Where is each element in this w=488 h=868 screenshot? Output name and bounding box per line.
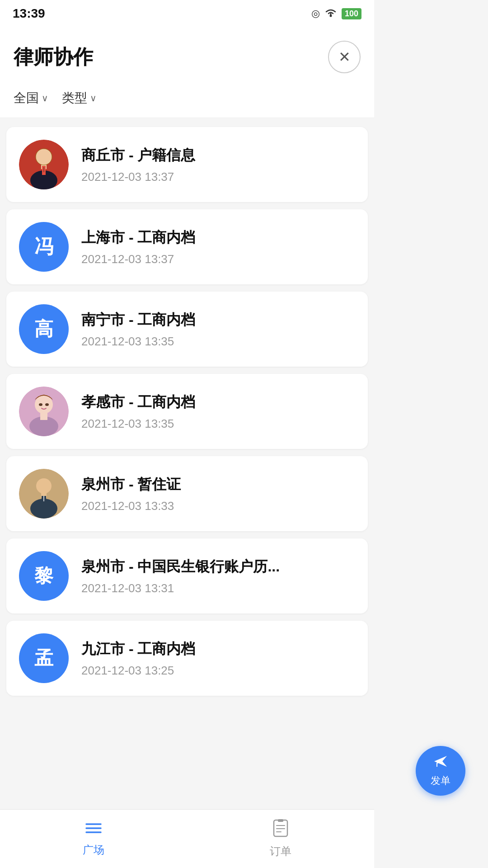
item-time: 2021-12-03 13:37 [81, 252, 355, 266]
tab-orders[interactable]: 订单 [187, 819, 374, 859]
item-info: 南宁市 - 工商内档 2021-12-03 13:35 [81, 310, 355, 349]
status-bar: 13:39 ◎ 100 [0, 0, 374, 27]
avatar [19, 140, 69, 189]
svg-point-9 [35, 396, 53, 414]
list-item[interactable]: 高 南宁市 - 工商内档 2021-12-03 13:35 [6, 292, 368, 367]
tab-plaza-label: 广场 [83, 843, 104, 857]
svg-point-11 [45, 403, 49, 406]
item-info: 上海市 - 工商内档 2021-12-03 13:37 [81, 228, 355, 266]
notification-icon: ◎ [311, 8, 320, 19]
svg-point-10 [39, 403, 42, 406]
item-info: 泉州市 - 中国民生银行账户历... 2021-12-03 13:31 [81, 557, 355, 595]
close-button[interactable]: ✕ [328, 41, 361, 73]
tab-orders-label: 订单 [270, 844, 291, 859]
item-title: 九江市 - 工商内档 [81, 639, 355, 659]
list-item[interactable]: 冯 上海市 - 工商内档 2021-12-03 13:37 [6, 209, 368, 284]
item-title: 泉州市 - 中国民生银行账户历... [81, 557, 355, 577]
avatar: 高 [19, 304, 69, 354]
avatar [19, 387, 69, 436]
item-time: 2021-12-03 13:35 [81, 335, 355, 349]
item-time: 2021-12-03 13:37 [81, 170, 355, 184]
filter-bar: 全国 ∨ 类型 ∨ [0, 82, 374, 118]
status-time: 13:39 [13, 6, 45, 21]
avatar-text: 孟 [34, 646, 53, 671]
wifi-icon [324, 7, 337, 20]
tab-plaza[interactable]: 广场 [0, 821, 187, 857]
close-icon: ✕ [338, 48, 351, 66]
item-title: 商丘市 - 户籍信息 [81, 146, 355, 165]
battery-icon: 100 [342, 8, 361, 19]
list-item[interactable]: 商丘市 - 户籍信息 2021-12-03 13:37 [6, 127, 368, 202]
avatar [19, 469, 69, 519]
avatar-text: 高 [34, 316, 53, 342]
avatar: 孟 [19, 633, 69, 683]
svg-rect-27 [278, 819, 283, 822]
svg-rect-13 [40, 413, 47, 420]
list-container: 商丘市 - 户籍信息 2021-12-03 13:37 冯 上海市 - 工商内档… [0, 118, 374, 705]
item-time: 2021-12-03 13:31 [81, 581, 355, 595]
orders-icon [272, 819, 289, 841]
region-chevron-icon: ∨ [42, 93, 48, 104]
tab-bar: 广场 订单 [0, 809, 374, 868]
type-filter[interactable]: 类型 ∨ [62, 90, 97, 107]
header: 律师协作 ✕ [0, 27, 374, 82]
type-filter-label: 类型 [62, 90, 87, 107]
list-item[interactable]: 孝感市 - 工商内档 2021-12-03 13:35 [6, 374, 368, 449]
list-item[interactable]: 孟 九江市 - 工商内档 2021-12-03 13:25 [6, 621, 368, 696]
list-item[interactable]: 黎 泉州市 - 中国民生银行账户历... 2021-12-03 13:31 [6, 538, 368, 613]
type-chevron-icon: ∨ [90, 93, 97, 104]
item-title: 孝感市 - 工商内档 [81, 392, 355, 412]
item-title: 泉州市 - 暂住证 [81, 475, 355, 495]
list-item[interactable]: 泉州市 - 暂住证 2021-12-03 13:33 [6, 456, 368, 531]
item-info: 九江市 - 工商内档 2021-12-03 13:25 [81, 639, 355, 678]
svg-point-15 [36, 478, 52, 494]
avatar-text: 冯 [34, 234, 53, 259]
plaza-icon [84, 821, 103, 840]
region-filter[interactable]: 全国 ∨ [14, 90, 48, 107]
item-title: 南宁市 - 工商内档 [81, 310, 355, 330]
avatar: 黎 [19, 551, 69, 601]
region-filter-label: 全国 [14, 90, 39, 107]
status-icons: ◎ 100 [311, 7, 361, 20]
item-time: 2021-12-03 13:25 [81, 664, 355, 678]
item-info: 泉州市 - 暂住证 2021-12-03 13:33 [81, 475, 355, 513]
page-title: 律师协作 [14, 44, 93, 71]
svg-point-0 [329, 15, 332, 17]
item-info: 孝感市 - 工商内档 2021-12-03 13:35 [81, 392, 355, 431]
avatar: 冯 [19, 222, 69, 272]
item-time: 2021-12-03 13:35 [81, 417, 355, 431]
avatar-text: 黎 [34, 563, 53, 589]
item-title: 上海市 - 工商内档 [81, 228, 355, 248]
item-time: 2021-12-03 13:33 [81, 499, 355, 513]
item-info: 商丘市 - 户籍信息 2021-12-03 13:37 [81, 146, 355, 184]
